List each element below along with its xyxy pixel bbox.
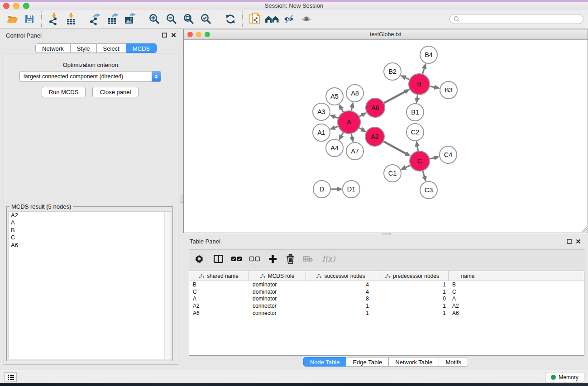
delete-table-button[interactable] [299, 251, 317, 267]
graph-node-D1[interactable]: D1 [343, 181, 360, 198]
open-file-button[interactable] [5, 11, 20, 27]
split-divider-handle[interactable] [180, 195, 183, 203]
graph-node-B3[interactable]: B3 [440, 81, 457, 99]
criterion-select[interactable]: largest connected component (directed) [19, 71, 161, 82]
graph-edge-A6-B[interactable] [384, 91, 406, 103]
graph-node-A6[interactable]: A6 [366, 98, 385, 117]
graph-edge-B-B2[interactable] [405, 77, 409, 80]
deselect-all-columns-button[interactable] [245, 251, 263, 267]
graph-edge-B-B4[interactable] [422, 68, 424, 74]
column-header-shared-name[interactable]: shared name [189, 271, 249, 281]
float-panel-icon[interactable] [162, 33, 167, 38]
table-row[interactable]: Adominator80A [189, 295, 584, 302]
graph-node-A5[interactable]: A5 [326, 88, 343, 105]
graph-node-C[interactable]: C [410, 151, 430, 171]
run-mcds-button[interactable]: Run MCDS [42, 87, 86, 97]
result-item[interactable]: C [9, 234, 171, 241]
zoom-in-button[interactable] [147, 11, 162, 27]
graph-node-A1[interactable]: A1 [313, 124, 330, 141]
tab-node-table[interactable]: Node Table [303, 357, 347, 367]
network-canvas[interactable]: B4B2BB3A8A5A6A3B1AA1C2A2A4A7C4CC1DD1C3 [184, 40, 588, 233]
close-table-panel-icon[interactable] [576, 239, 581, 244]
column-layout-button[interactable] [209, 251, 227, 267]
search-field[interactable] [449, 14, 583, 24]
graph-edge-B-B3[interactable] [430, 86, 435, 87]
graph-node-D[interactable]: D [313, 181, 330, 198]
close-panel-icon[interactable] [171, 33, 176, 38]
column-header-name[interactable]: name [449, 271, 487, 281]
home-button[interactable] [264, 11, 280, 27]
graph-node-B1[interactable]: B1 [406, 104, 424, 121]
graph-edge-C-C1[interactable] [405, 165, 410, 167]
graph-edge-A-A1[interactable] [334, 126, 338, 128]
zoom-fit-button[interactable] [181, 11, 196, 27]
graph-edge-C-C3[interactable] [423, 171, 425, 177]
tab-network-table[interactable]: Network Table [389, 357, 439, 367]
table-row[interactable]: A2connector11A2 [189, 302, 584, 310]
zoom-out-button[interactable] [164, 11, 179, 27]
graph-edge-A-A7[interactable] [351, 133, 352, 138]
tab-mcds[interactable]: MCDS [126, 43, 157, 53]
float-table-panel-icon[interactable] [567, 239, 572, 244]
graph-edge-C-C4[interactable] [430, 158, 435, 159]
graph-edge-C-C2[interactable] [417, 146, 418, 151]
result-item[interactable]: B [9, 227, 171, 234]
graph-node-A2[interactable]: A2 [365, 127, 384, 146]
result-scrollbar[interactable] [164, 212, 171, 359]
network-titlebar[interactable]: testGlobe.txt [184, 29, 588, 40]
import-table-button[interactable] [63, 11, 79, 27]
function-builder-button[interactable]: f(x) [317, 251, 340, 267]
graph-node-A7[interactable]: A7 [346, 143, 363, 160]
graph-node-A3[interactable]: A3 [313, 103, 330, 120]
result-item[interactable]: A [9, 219, 171, 226]
select-all-columns-button[interactable] [227, 251, 245, 267]
zoom-selected-button[interactable] [198, 11, 214, 27]
node-table[interactable]: shared nameMCDS rolesuccessor nodesprede… [189, 271, 584, 356]
result-item[interactable]: A2 [9, 212, 171, 219]
import-network-button[interactable] [46, 11, 62, 27]
table-row[interactable]: Cdominator41C [189, 288, 584, 295]
graph-node-C3[interactable]: C3 [420, 181, 437, 199]
graph-node-B4[interactable]: B4 [420, 46, 437, 63]
column-header-predecessor-nodes[interactable]: predecessor nodes [376, 271, 449, 281]
graph-edge-A-A5[interactable] [341, 108, 344, 112]
column-header-MCDS-role[interactable]: MCDS role [249, 271, 306, 281]
graph-edge-A-A2[interactable] [359, 128, 362, 130]
export-table-button[interactable] [105, 11, 120, 27]
tab-edge-table[interactable]: Edge Table [346, 357, 389, 367]
add-column-button[interactable] [263, 251, 282, 267]
resize-grip-icon[interactable] [581, 226, 587, 232]
mcds-result-list[interactable]: A2ABCA6 [8, 211, 171, 359]
tab-style[interactable]: Style [71, 43, 97, 53]
table-row[interactable]: A6connector11A6 [189, 310, 584, 317]
graph-edge-A2-C[interactable] [383, 142, 406, 154]
graph-node-C4[interactable]: C4 [440, 146, 457, 163]
graph-node-A8[interactable]: A8 [346, 85, 363, 102]
tab-motifs[interactable]: Motifs [439, 357, 468, 367]
save-session-button[interactable] [22, 11, 37, 27]
close-panel-button[interactable]: Close panel [92, 87, 139, 97]
result-item[interactable]: A6 [9, 242, 171, 249]
tab-network[interactable]: Network [35, 43, 71, 53]
graph-node-A[interactable]: A [338, 111, 360, 133]
table-settings-button[interactable] [189, 251, 209, 267]
graph-edge-A-A4[interactable] [341, 133, 344, 136]
show-panel-button[interactable] [5, 372, 17, 382]
graph-edge-A-A8[interactable] [351, 106, 352, 110]
graph-node-B[interactable]: B [409, 74, 430, 95]
tab-select[interactable]: Select [97, 43, 126, 53]
graph-edge-A-A3[interactable] [334, 117, 338, 118]
delete-column-button[interactable] [282, 251, 299, 267]
search-input[interactable] [462, 15, 583, 23]
graph-node-C2[interactable]: C2 [406, 124, 424, 141]
graph-node-B2[interactable]: B2 [384, 63, 401, 80]
show-details-button[interactable] [299, 11, 314, 27]
duplicate-network-button[interactable] [247, 11, 263, 27]
export-network-button[interactable] [88, 11, 103, 27]
column-header-successor-nodes[interactable]: successor nodes [306, 271, 376, 281]
graph-node-C1[interactable]: C1 [384, 165, 401, 182]
memory-button[interactable]: Memory [545, 372, 584, 382]
graph-edge-A-A6[interactable] [359, 114, 363, 116]
refresh-button[interactable] [223, 11, 238, 27]
export-image-button[interactable] [122, 11, 138, 27]
